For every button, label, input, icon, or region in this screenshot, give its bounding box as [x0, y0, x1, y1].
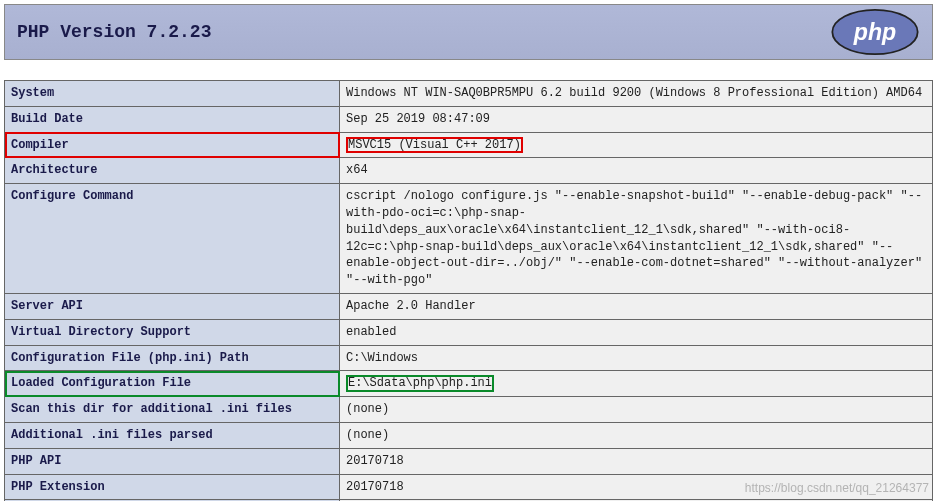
key-virtual-dir: Virtual Directory Support: [5, 319, 340, 345]
val-system: Windows NT WIN-SAQ0BPR5MPU 6.2 build 920…: [340, 81, 933, 107]
val-loaded-config-text: E:\Sdata\php\php.ini: [346, 375, 494, 392]
phpinfo-table: System Windows NT WIN-SAQ0BPR5MPU 6.2 bu…: [4, 80, 933, 501]
table-row: Scan this dir for additional .ini files …: [5, 397, 933, 423]
val-compiler-text: MSVC15 (Visual C++ 2017): [346, 137, 523, 154]
table-row: Loaded Configuration File E:\Sdata\php\p…: [5, 371, 933, 397]
table-row: Compiler MSVC15 (Visual C++ 2017): [5, 132, 933, 158]
val-architecture: x64: [340, 158, 933, 184]
val-config-path: C:\Windows: [340, 345, 933, 371]
key-system: System: [5, 81, 340, 107]
table-row: System Windows NT WIN-SAQ0BPR5MPU 6.2 bu…: [5, 81, 933, 107]
page-title: PHP Version 7.2.23: [17, 22, 211, 42]
php-logo-icon: php: [830, 8, 920, 56]
val-php-api: 20170718: [340, 448, 933, 474]
key-loaded-config: Loaded Configuration File: [5, 371, 340, 397]
key-php-ext: PHP Extension: [5, 474, 340, 500]
table-row: PHP API 20170718: [5, 448, 933, 474]
table-row: Server API Apache 2.0 Handler: [5, 293, 933, 319]
table-row: Build Date Sep 25 2019 08:47:09: [5, 106, 933, 132]
val-configure-command: cscript /nologo configure.js "--enable-s…: [340, 184, 933, 294]
val-php-ext: 20170718: [340, 474, 933, 500]
val-loaded-config: E:\Sdata\php\php.ini: [340, 371, 933, 397]
table-row: Additional .ini files parsed (none): [5, 422, 933, 448]
val-server-api: Apache 2.0 Handler: [340, 293, 933, 319]
key-additional-ini: Additional .ini files parsed: [5, 422, 340, 448]
table-row: PHP Extension 20170718: [5, 474, 933, 500]
key-scan-dir: Scan this dir for additional .ini files: [5, 397, 340, 423]
svg-text:php: php: [853, 19, 896, 45]
table-row: Architecture x64: [5, 158, 933, 184]
table-row: Virtual Directory Support enabled: [5, 319, 933, 345]
key-php-api: PHP API: [5, 448, 340, 474]
key-server-api: Server API: [5, 293, 340, 319]
table-row: Configure Command cscript /nologo config…: [5, 184, 933, 294]
key-config-path: Configuration File (php.ini) Path: [5, 345, 340, 371]
key-architecture: Architecture: [5, 158, 340, 184]
val-scan-dir: (none): [340, 397, 933, 423]
key-build-date: Build Date: [5, 106, 340, 132]
phpinfo-header: PHP Version 7.2.23 php: [4, 4, 933, 60]
val-compiler: MSVC15 (Visual C++ 2017): [340, 132, 933, 158]
key-compiler: Compiler: [5, 132, 340, 158]
val-additional-ini: (none): [340, 422, 933, 448]
val-build-date: Sep 25 2019 08:47:09: [340, 106, 933, 132]
val-virtual-dir: enabled: [340, 319, 933, 345]
key-configure-command: Configure Command: [5, 184, 340, 294]
table-row: Configuration File (php.ini) Path C:\Win…: [5, 345, 933, 371]
